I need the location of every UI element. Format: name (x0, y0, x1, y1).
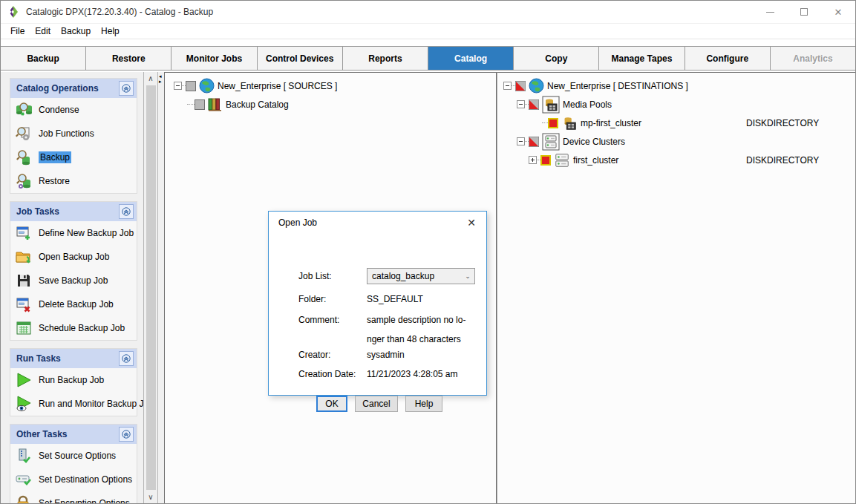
task-save-backup-job[interactable]: Save Backup Job (10, 269, 137, 292)
checkbox-partial[interactable] (529, 99, 539, 110)
tree-row-backup-catalog[interactable]: Backup Catalog (165, 95, 496, 114)
task-set-destination-options[interactable]: Set Destination Options (10, 468, 137, 491)
section-header-other-tasks: Other Tasks (10, 425, 137, 444)
menu-help[interactable]: Help (96, 24, 125, 38)
set-destination-options-icon (15, 471, 33, 488)
tab-analytics[interactable]: Analytics (771, 47, 855, 70)
menu-edit[interactable]: Edit (30, 24, 56, 38)
checkbox-partial[interactable] (515, 81, 526, 91)
media-pools-icon (542, 96, 560, 114)
collapse-expander-icon[interactable] (174, 82, 182, 90)
tree-row-first-cluster[interactable]: first_cluster DISKDIRECTORY (497, 151, 855, 169)
tree-row-sources-root[interactable]: New_Enterprise [ SOURCES ] (165, 76, 496, 95)
task-define-new-backup-job[interactable]: Define New Backup Job (10, 221, 137, 245)
tree-row-media-pools[interactable]: Media Pools (497, 95, 855, 114)
tree-row-destinations-root[interactable]: New_Enterprise [ DESTINATIONS ] (497, 76, 855, 95)
task-schedule-backup-job[interactable]: Schedule Backup Job (10, 316, 137, 340)
tree-node-label[interactable]: New_Enterprise [ SOURCES ] (218, 81, 337, 91)
section-header-job-tasks: Job Tasks (10, 202, 137, 221)
scrollbar-thumb[interactable] (146, 85, 156, 490)
collapse-expander-icon[interactable] (503, 82, 512, 90)
collapse-section-button[interactable] (119, 351, 134, 366)
collapse-expander-icon[interactable] (517, 100, 525, 108)
task-label: Delete Backup Job (39, 299, 114, 310)
task-label: Set Source Options (39, 451, 116, 461)
comment-value-line2: nger than 48 characters (367, 334, 461, 344)
chevron-down-icon: ⌄ (461, 272, 474, 280)
expand-expander-icon[interactable] (529, 156, 537, 164)
tree-row-device-clusters[interactable]: Device Clusters (497, 132, 855, 151)
tree-node-label[interactable]: New_Enterprise [ DESTINATIONS ] (547, 81, 688, 91)
collapse-section-button[interactable] (119, 81, 134, 96)
tree-node-label[interactable]: first_cluster (573, 155, 618, 166)
task-delete-backup-job[interactable]: Delete Backup Job (10, 292, 137, 316)
creation-date-label: Creation Date: (298, 369, 356, 379)
tab-restore[interactable]: Restore (86, 47, 171, 70)
tab-bar: Backup Restore Monitor Jobs Control Devi… (1, 46, 855, 71)
close-button[interactable]: ✕ (821, 1, 855, 23)
scroll-up-icon[interactable]: ∧ (145, 72, 157, 85)
tree-node-label[interactable]: Backup Catalog (226, 99, 289, 110)
section-title: Other Tasks (16, 429, 119, 439)
collapse-expander-icon[interactable] (517, 137, 525, 145)
checkbox-checked-red[interactable] (540, 155, 551, 166)
task-run-backup-job[interactable]: Run Backup Job (10, 368, 137, 392)
tabstrip-gap (1, 39, 855, 46)
tab-copy[interactable]: Copy (514, 47, 599, 70)
help-button[interactable]: Help (405, 396, 442, 412)
section-title: Catalog Operations (16, 83, 119, 94)
tab-configure[interactable]: Configure (685, 47, 771, 70)
section-title: Run Tasks (16, 353, 119, 364)
checkbox-partial[interactable] (529, 137, 539, 147)
panel-splitter[interactable]: ◂▸ (158, 72, 165, 503)
task-label: Backup (39, 151, 71, 163)
menu-backup[interactable]: Backup (56, 24, 96, 38)
checkbox-unchecked[interactable] (195, 99, 205, 110)
tab-reports[interactable]: Reports (343, 47, 428, 70)
section-catalog-operations: Catalog Operations Condense Job Functio (10, 78, 137, 194)
tab-monitor-jobs[interactable]: Monitor Jobs (171, 47, 257, 70)
tab-backup[interactable]: Backup (1, 47, 86, 70)
node-type-label: DISKDIRECTORY (746, 118, 819, 128)
task-open-backup-job[interactable]: Open Backup Job (10, 245, 137, 269)
tree-node-label[interactable]: Media Pools (563, 99, 612, 110)
task-condense[interactable]: Condense (10, 98, 137, 122)
tree-row-mp-first-cluster[interactable]: mp-first_cluster DISKDIRECTORY (497, 114, 855, 132)
task-sidebar: Catalog Operations Condense Job Functio (1, 72, 144, 503)
menu-file[interactable]: File (5, 24, 30, 38)
tab-control-devices[interactable]: Control Devices (258, 47, 343, 70)
folder-label: Folder: (298, 294, 326, 304)
maximize-button[interactable] (787, 1, 821, 23)
comment-label: Comment: (298, 315, 339, 325)
sidebar-scrollbar[interactable]: ∧ ∨ (144, 72, 158, 503)
task-job-functions[interactable]: Job Functions (10, 122, 137, 145)
collapse-section-button[interactable] (119, 427, 134, 442)
task-backup[interactable]: Backup (10, 145, 137, 169)
folder-value: SS_DEFAULT (367, 294, 423, 304)
splitter-collapse-icon[interactable]: ◂▸ (159, 73, 162, 84)
tab-manage-tapes[interactable]: Manage Tapes (599, 47, 685, 70)
task-restore[interactable]: Restore (10, 169, 137, 193)
task-run-and-monitor-backup-job[interactable]: Run and Monitor Backup Job (10, 392, 137, 416)
scroll-down-icon[interactable]: ∨ (145, 491, 157, 503)
tab-catalog[interactable]: Catalog (428, 47, 514, 70)
job-list-label: Job List: (298, 271, 332, 281)
task-set-source-options[interactable]: Set Source Options (10, 444, 137, 468)
task-set-encryption-options[interactable]: Set Encryption Options (10, 491, 137, 503)
dialog-close-icon[interactable]: ✕ (457, 212, 486, 234)
tree-node-label[interactable]: mp-first_cluster (581, 118, 641, 128)
backup-catalog-books-icon (208, 97, 223, 112)
collapse-section-button[interactable] (119, 204, 134, 219)
job-list-dropdown[interactable]: catalog_backup ⌄ (367, 268, 475, 284)
checkbox-unchecked[interactable] (186, 81, 196, 91)
section-header-catalog-operations: Catalog Operations (10, 79, 137, 98)
define-new-backup-job-icon (15, 224, 33, 242)
cancel-button[interactable]: Cancel (355, 396, 398, 412)
task-label: Run and Monitor Backup Job (39, 399, 144, 409)
checkbox-checked-red[interactable] (548, 118, 558, 128)
creation-date-value: 11/21/2023 4:28:05 am (367, 369, 458, 379)
ok-button[interactable]: OK (316, 396, 347, 412)
minimize-button[interactable] (753, 1, 787, 23)
tree-node-label[interactable]: Device Clusters (563, 137, 625, 147)
open-job-dialog: Open Job ✕ Job List: catalog_backup ⌄ Fo… (268, 211, 487, 396)
